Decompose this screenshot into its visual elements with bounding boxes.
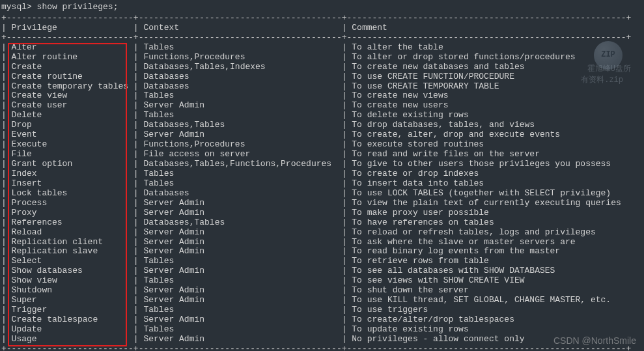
table-row: | Show databases | Server Admin | To see… [1, 266, 643, 276]
table-row: | Process | Server Admin | To view the p… [1, 199, 643, 208]
table-row: | Create routine | Databases | To use CR… [1, 72, 643, 82]
table-row: | Super | Server Admin | To use KILL thr… [1, 296, 643, 305]
table-top-border: +-------------------------+-------------… [1, 14, 643, 23]
table-row: | Replication slave | Server Admin | To … [1, 247, 643, 257]
table-row: | Event | Server Admin | To create, alte… [1, 130, 643, 140]
mysql-prompt: mysql> show privileges; [1, 1, 643, 14]
table-row: | Create | Databases,Tables,Indexes | To… [1, 63, 643, 72]
table-row: | Select | Tables | To retrieve rows fro… [1, 257, 643, 266]
table-bottom-border: +-------------------------+-------------… [1, 344, 643, 351]
zip-watermark-text-2: 有资料.zip [581, 76, 623, 85]
table-row: | Drop | Databases,Tables | To drop data… [1, 120, 643, 130]
table-header-row: | Privilege | Context | Comment [1, 23, 643, 33]
table-row: | Grant option | Databases,Tables,Functi… [1, 160, 643, 169]
table-row: | Trigger | Tables | To use triggers [1, 305, 643, 315]
table-row: | References | Databases,Tables | To hav… [1, 218, 643, 228]
table-row: | Create tablespace | Server Admin | To … [1, 315, 643, 325]
table-row: | Replication client | Server Admin | To… [1, 238, 643, 247]
table-row: | Usage | Server Admin | No privileges -… [1, 335, 643, 344]
table-row: | Lock tables | Databases | To use LOCK … [1, 189, 643, 199]
table-row: | Delete | Tables | To delete existing r… [1, 111, 643, 120]
table-row: | Shutdown | Server Admin | To shut down… [1, 286, 643, 296]
table-row: | Reload | Server Admin | To reload or r… [1, 228, 643, 238]
zip-watermark-text-1: 霍旭峰U盘所 [587, 65, 631, 74]
table-row: | Index | Tables | To create or drop ind… [1, 169, 643, 179]
table-body: | Alter | Tables | To alter the table| A… [1, 43, 643, 344]
table-row: | Execute | Functions,Procedures | To ex… [1, 140, 643, 150]
table-row: | Alter | Tables | To alter the table [1, 43, 643, 53]
table-row: | Create view | Tables | To create new v… [1, 91, 643, 101]
table-row: | Create temporary tables | Databases | … [1, 82, 643, 92]
table-row: | Create user | Server Admin | To create… [1, 101, 643, 111]
table-row: | Alter routine | Functions,Procedures |… [1, 53, 643, 63]
table-row: | File | File access on server | To read… [1, 150, 643, 160]
table-row: | Insert | Tables | To insert data into … [1, 179, 643, 189]
table-row: | Proxy | Server Admin | To make proxy u… [1, 208, 643, 218]
csdn-watermark: CSDN @NorthSmile [553, 335, 636, 346]
table-mid-border: +-------------------------+-------------… [1, 33, 643, 43]
table-row: | Show view | Tables | To see views with… [1, 276, 643, 286]
table-row: | Update | Tables | To update existing r… [1, 325, 643, 335]
